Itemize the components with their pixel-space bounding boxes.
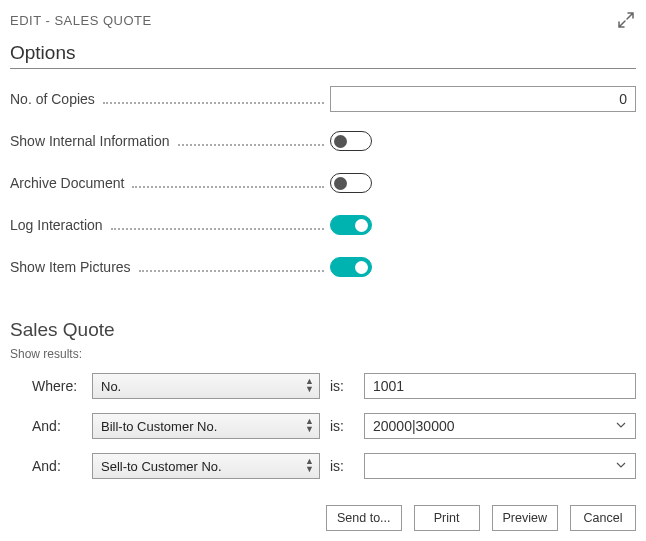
where-label: Where: (32, 378, 82, 394)
pictures-toggle[interactable] (330, 257, 372, 277)
filter-field-value: No. (101, 379, 121, 394)
is-label: is: (330, 378, 354, 394)
dots-decoration (178, 144, 324, 146)
print-button[interactable]: Print (414, 505, 480, 531)
dots-decoration (103, 102, 324, 104)
filter-field-select-2[interactable]: Sell-to Customer No. ▲▼ (92, 453, 320, 479)
log-toggle[interactable] (330, 215, 372, 235)
filter-value-input-0[interactable] (364, 373, 636, 399)
filter-value-input-2[interactable] (364, 453, 636, 479)
cancel-button[interactable]: Cancel (570, 505, 636, 531)
copies-label: No. of Copies (10, 91, 99, 107)
is-label: is: (330, 458, 354, 474)
preview-button[interactable]: Preview (492, 505, 558, 531)
dots-decoration (132, 186, 324, 188)
send-to-button[interactable]: Send to... (326, 505, 402, 531)
show-results-label: Show results: (10, 347, 636, 361)
sales-quote-title: Sales Quote (10, 319, 636, 341)
and-label: And: (32, 418, 82, 434)
filter-field-value: Sell-to Customer No. (101, 459, 222, 474)
dots-decoration (139, 270, 324, 272)
filter-field-value: Bill-to Customer No. (101, 419, 217, 434)
filter-value-input-1[interactable] (364, 413, 636, 439)
internal-info-label: Show Internal Information (10, 133, 174, 149)
internal-info-toggle[interactable] (330, 131, 372, 151)
and-label: And: (32, 458, 82, 474)
dots-decoration (111, 228, 324, 230)
archive-label: Archive Document (10, 175, 128, 191)
log-label: Log Interaction (10, 217, 107, 233)
copies-input[interactable] (330, 86, 636, 112)
expand-icon[interactable] (616, 10, 636, 30)
page-title: EDIT - SALES QUOTE (10, 13, 152, 28)
options-section-title: Options (10, 42, 636, 69)
is-label: is: (330, 418, 354, 434)
archive-toggle[interactable] (330, 173, 372, 193)
filter-field-select-1[interactable]: Bill-to Customer No. ▲▼ (92, 413, 320, 439)
pictures-label: Show Item Pictures (10, 259, 135, 275)
filter-field-select-0[interactable]: No. ▲▼ (92, 373, 320, 399)
